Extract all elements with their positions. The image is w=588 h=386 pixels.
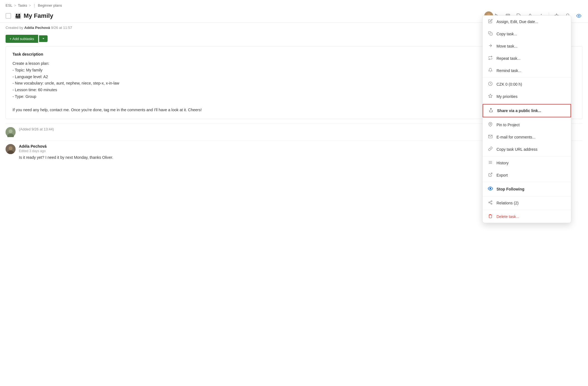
arrow-right-icon: [488, 43, 493, 49]
dropdown-priorities[interactable]: My priorities: [483, 90, 571, 103]
svg-point-36: [491, 201, 492, 202]
dropdown-divider-1: [483, 77, 571, 78]
repeat-icon: [488, 56, 493, 61]
dropdown-divider-6: [483, 196, 571, 196]
copy-icon: [488, 31, 493, 37]
copy-url-label: Copy task URL address: [496, 147, 537, 152]
task-title: My Family: [24, 12, 481, 19]
dropdown-divider-7: [483, 210, 571, 210]
dropdown-export[interactable]: Export: [483, 169, 571, 181]
dropdown-move-task[interactable]: Move task...: [483, 40, 571, 52]
task-emoji: 👨‍👩‍👧‍👦: [14, 13, 21, 19]
dropdown-pin-project[interactable]: Pin to Project: [483, 119, 571, 131]
dropdown-divider-2: [483, 103, 571, 103]
svg-line-40: [490, 201, 491, 202]
breadcrumb: ESL > Tasks > ⋮ Beginner plans: [0, 0, 588, 9]
remind-task-label: Remind task...: [496, 68, 521, 73]
svg-line-34: [490, 173, 492, 175]
svg-point-18: [9, 129, 13, 133]
breadcrumb-sep-2: >: [29, 3, 31, 8]
star-outline-icon: [488, 94, 493, 99]
app-container: ESL > Tasks > ⋮ Beginner plans 👨‍👩‍👧‍👦 M…: [0, 0, 588, 386]
breadcrumb-dots-icon[interactable]: ⋮: [33, 3, 36, 8]
dropdown-copy-task[interactable]: Copy task...: [483, 28, 571, 40]
creator-name: Adéla Pechová: [24, 26, 50, 30]
dropdown-email-comments[interactable]: E-mail for comments...: [483, 131, 571, 143]
share-icon: [488, 108, 494, 113]
dropdown-menu: Assign, Edit, Due date... Copy task... M…: [482, 15, 571, 223]
priorities-label: My priorities: [496, 94, 517, 99]
breadcrumb-sep-1: >: [14, 3, 16, 8]
svg-point-29: [490, 123, 491, 125]
clock-icon: [488, 81, 493, 87]
svg-point-37: [489, 202, 490, 203]
svg-point-15: [578, 15, 580, 17]
dropdown-divider-4: [483, 156, 571, 156]
breadcrumb-tasks[interactable]: Tasks: [18, 3, 27, 8]
dropdown-relations[interactable]: Relations (2): [483, 197, 571, 209]
svg-marker-27: [488, 94, 492, 98]
svg-point-21: [9, 146, 13, 150]
dropdown-divider-5: [483, 182, 571, 182]
svg-point-35: [490, 188, 491, 189]
export-icon: [488, 172, 493, 178]
email-icon: [488, 134, 493, 140]
svg-rect-23: [490, 33, 492, 35]
add-subtasks-dropdown-button[interactable]: [39, 35, 48, 42]
share-link-label: Share via a public link...: [497, 108, 541, 113]
svg-marker-16: [43, 38, 44, 39]
email-comments-label: E-mail for comments...: [496, 135, 535, 139]
dropdown-share-link[interactable]: Share via a public link...: [483, 104, 571, 117]
link-icon: [488, 147, 493, 152]
dropdown-history[interactable]: History: [483, 157, 571, 169]
copy-task-label: Copy task...: [496, 32, 517, 36]
export-label: Export: [496, 173, 508, 177]
dropdown-copy-url[interactable]: Copy task URL address: [483, 143, 571, 155]
relations-icon: [488, 200, 493, 206]
add-subtasks-button[interactable]: + Add subtasks: [6, 35, 38, 43]
delete-task-label: Delete task...: [496, 214, 519, 219]
dropdown-stop-following[interactable]: Stop Following: [483, 183, 571, 196]
reminder-bell-icon: [488, 68, 493, 73]
assign-edit-label: Assign, Edit, Due date...: [496, 19, 538, 24]
dropdown-remind-task[interactable]: Remind task...: [483, 65, 571, 77]
dropdown-divider-3: [483, 118, 571, 118]
history-label: History: [496, 161, 509, 165]
system-avatar: [6, 127, 16, 137]
svg-point-11: [541, 14, 542, 15]
pin-project-label: Pin to Project: [496, 123, 520, 127]
dropdown-time[interactable]: CZK 0 (0:00 h): [483, 78, 571, 90]
relations-label: Relations (2): [496, 201, 518, 205]
task-checkbox[interactable]: [6, 13, 11, 19]
eye-circle-icon: [488, 186, 493, 192]
move-task-label: Move task...: [496, 44, 517, 48]
eye-button[interactable]: [575, 12, 582, 19]
svg-line-39: [490, 203, 491, 204]
dropdown-assign-edit[interactable]: Assign, Edit, Due date...: [483, 16, 571, 28]
pencil-icon: [488, 19, 493, 24]
pin-icon: [488, 122, 493, 128]
created-at: 9/26 at 11:57: [51, 26, 72, 30]
comment-avatar-2: [6, 144, 16, 154]
time-label: CZK 0 (0:00 h): [496, 82, 522, 86]
repeat-task-label: Repeat task...: [496, 56, 520, 61]
dropdown-repeat-task[interactable]: Repeat task...: [483, 52, 571, 65]
dropdown-delete-task[interactable]: Delete task...: [483, 211, 571, 223]
stop-following-label: Stop Following: [496, 187, 524, 191]
svg-point-38: [491, 203, 492, 204]
history-icon: [488, 160, 493, 166]
breadcrumb-beginner-plans[interactable]: Beginner plans: [38, 3, 62, 8]
breadcrumb-esl[interactable]: ESL: [6, 3, 13, 8]
trash-icon: [488, 214, 493, 219]
